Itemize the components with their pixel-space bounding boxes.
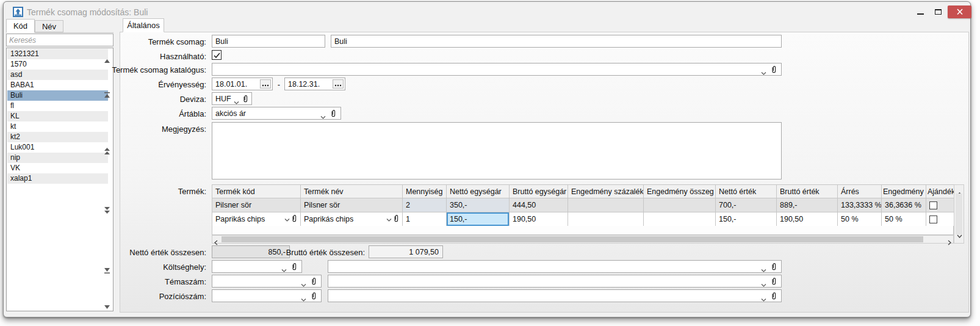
- cell-brutto-egysegar[interactable]: 190,50: [510, 212, 568, 226]
- chevron-down-icon[interactable]: [761, 295, 766, 303]
- chevron-down-icon[interactable]: [386, 215, 392, 223]
- scroll-down-icon[interactable]: [957, 230, 962, 241]
- cell-arres[interactable]: 50 %: [838, 212, 882, 226]
- scrollbar-thumb[interactable]: [956, 194, 962, 234]
- ervenyesseg-tol-dateedit[interactable]: 18.01.01.: [212, 78, 273, 90]
- list-item[interactable]: Luk001: [7, 142, 108, 153]
- column-header-termek-kod[interactable]: Termék kód: [212, 185, 301, 198]
- chevron-down-icon[interactable]: [281, 266, 287, 274]
- koltseghely-combobox[interactable]: [212, 260, 302, 273]
- table-vertical-scrollbar[interactable]: [954, 184, 964, 244]
- cell-brutto-egysegar[interactable]: 444,50: [510, 198, 568, 212]
- maximize-button[interactable]: [932, 7, 946, 19]
- list-item[interactable]: nip: [7, 153, 108, 163]
- cell-engedmeny-szazalek[interactable]: [568, 212, 644, 226]
- column-header-engedmeny-osszeg[interactable]: Engedmény összeg: [644, 185, 716, 198]
- paperclip-icon[interactable]: [243, 95, 248, 105]
- chevron-down-icon[interactable]: [301, 280, 306, 289]
- chevron-down-icon[interactable]: [234, 98, 239, 106]
- paperclip-icon[interactable]: [292, 214, 297, 225]
- double-arrow-down-icon[interactable]: [103, 205, 110, 216]
- paperclip-icon[interactable]: [292, 263, 297, 273]
- scrollbar-thumb[interactable]: [222, 236, 923, 242]
- column-header-netto-egysegar[interactable]: Nettó egységár: [447, 185, 510, 198]
- list-item[interactable]: xalap1: [7, 173, 108, 184]
- double-arrow-up-icon[interactable]: [103, 146, 110, 157]
- pozicioszam-nev-combobox[interactable]: [328, 289, 782, 302]
- paperclip-icon[interactable]: [771, 277, 777, 288]
- hasznalhato-checkbox[interactable]: [212, 50, 222, 60]
- cell-netto-egysegar-active[interactable]: 150,-: [447, 212, 510, 226]
- deviza-combobox[interactable]: HUF: [212, 92, 252, 105]
- cell-arres[interactable]: 133,3333 %: [838, 198, 882, 212]
- scroll-right-icon[interactable]: [948, 237, 951, 248]
- paperclip-icon[interactable]: [331, 109, 336, 120]
- close-icon: [956, 9, 964, 15]
- column-header-termek-nev[interactable]: Termék név: [301, 185, 403, 198]
- checkmark-icon: [214, 53, 220, 59]
- column-header-mennyiseg[interactable]: Mennyiség: [403, 185, 447, 198]
- artabla-combobox[interactable]: akciós ár: [212, 107, 341, 120]
- cell-termek-nev-combo[interactable]: Paprikás chips: [301, 212, 403, 226]
- paperclip-icon[interactable]: [311, 292, 317, 302]
- titlebar[interactable]: Termék csomag módosítás: Buli: [4, 2, 969, 19]
- ellipsis-button[interactable]: [333, 79, 344, 89]
- cell-netto-ertek[interactable]: 700,-: [716, 198, 777, 212]
- ellipsis-button[interactable]: [260, 79, 271, 89]
- column-header-ajandek-adjacent[interactable]: Engedmény: [882, 185, 926, 198]
- temaszam-nev-combobox[interactable]: [328, 275, 782, 288]
- koltseghely-nev-combobox[interactable]: [328, 260, 782, 273]
- tab-altalanos[interactable]: Általános: [123, 18, 164, 32]
- column-header-netto-ertek[interactable]: Nettó érték: [716, 185, 777, 198]
- arrow-down-icon[interactable]: [103, 300, 110, 311]
- termek-csomag-kod-input[interactable]: Buli: [212, 35, 325, 48]
- close-button[interactable]: [948, 5, 971, 18]
- paperclip-icon[interactable]: [394, 214, 399, 225]
- cell-ajandek[interactable]: [926, 212, 954, 226]
- chevron-down-icon[interactable]: [320, 112, 326, 121]
- ervenyesseg-label: Érvényesség:: [92, 80, 206, 89]
- cell-engedmeny-osszeg[interactable]: [644, 198, 716, 212]
- tab-kod[interactable]: Kód: [6, 19, 35, 33]
- cell-netto-egysegar[interactable]: 350,-: [447, 198, 510, 212]
- chevron-down-icon[interactable]: [301, 295, 306, 303]
- chevron-down-icon[interactable]: [761, 280, 766, 289]
- cell-ajandek[interactable]: [926, 198, 954, 212]
- cell-termek-kod-combo[interactable]: Paprikás chips: [212, 212, 301, 226]
- pozicioszam-combobox[interactable]: [212, 289, 322, 302]
- termek-csomag-nev-input[interactable]: Buli: [331, 35, 782, 48]
- temaszam-combobox[interactable]: [212, 275, 322, 288]
- cell-brutto-ertek[interactable]: 190,50: [777, 212, 838, 226]
- chevron-down-icon[interactable]: [761, 68, 766, 77]
- column-header-engedmeny-szazalek[interactable]: Engedmény százalék: [568, 185, 644, 198]
- list-item[interactable]: VK: [7, 163, 108, 173]
- ajandek-checkbox[interactable]: [929, 201, 937, 209]
- column-header-brutto-ertek[interactable]: Bruttó érték: [777, 185, 838, 198]
- cell-engedmeny[interactable]: 36,3636 %: [882, 198, 926, 212]
- cell-termek-kod[interactable]: Pilsner sör: [212, 198, 301, 212]
- paperclip-icon[interactable]: [771, 292, 777, 302]
- cell-engedmeny-osszeg[interactable]: [644, 212, 716, 226]
- column-header-brutto-egysegar[interactable]: Bruttó egységár: [510, 185, 568, 198]
- table-horizontal-scrollbar[interactable]: [212, 235, 954, 244]
- column-header-ajandek[interactable]: Ajándék: [926, 185, 954, 198]
- katalogus-combobox[interactable]: [212, 63, 782, 76]
- megjegyzes-textarea[interactable]: [212, 122, 782, 179]
- cell-engedmeny-szazalek[interactable]: [568, 198, 644, 212]
- chevron-down-icon[interactable]: [761, 266, 766, 274]
- ervenyesseg-ig-dateedit[interactable]: 18.12.31.: [284, 78, 345, 90]
- chevron-down-icon[interactable]: [284, 215, 290, 223]
- cell-mennyiseg[interactable]: 2: [403, 198, 447, 212]
- paperclip-icon[interactable]: [771, 263, 777, 273]
- paperclip-icon[interactable]: [771, 65, 777, 76]
- cell-mennyiseg[interactable]: 1: [403, 212, 447, 226]
- ajandek-checkbox[interactable]: [929, 216, 937, 223]
- minimize-button[interactable]: [914, 7, 928, 19]
- column-header-arres[interactable]: Árrés: [838, 185, 882, 198]
- cell-termek-nev[interactable]: Pilsner sör: [301, 198, 403, 212]
- tab-nev[interactable]: Név: [35, 20, 63, 32]
- cell-engedmeny[interactable]: 50 %: [882, 212, 926, 226]
- cell-netto-ertek[interactable]: 150,-: [716, 212, 777, 226]
- cell-brutto-ertek[interactable]: 889,-: [777, 198, 838, 212]
- paperclip-icon[interactable]: [311, 277, 317, 288]
